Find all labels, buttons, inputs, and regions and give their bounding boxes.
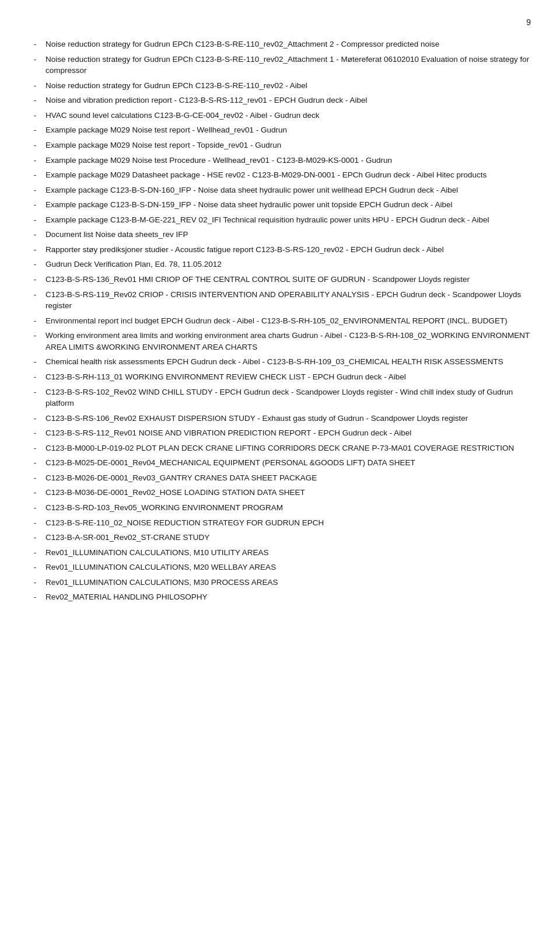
list-item: -Rapporter støy prediksjoner studier - A… (29, 244, 531, 256)
list-item-text: Noise reduction strategy for Gudrun EPCh… (46, 39, 531, 50)
list-dash: - (29, 532, 41, 543)
list-dash: - (29, 371, 41, 383)
list-dash: - (29, 386, 41, 398)
list-item-text: C123-B-S-RD-103_Rev05_WORKING ENVIRONMEN… (46, 502, 531, 514)
list-item-text: C123-B-M026-DE-0001_Rev03_GANTRY CRANES … (46, 472, 531, 484)
list-item-text: C123-B-M036-DE-0001_Rev02_HOSE LOADING S… (46, 487, 531, 499)
list-item: -Environmental report incl budget EPCH G… (29, 315, 531, 327)
list-item: -Rev01_ILLUMINATION CALCULATIONS, M20 WE… (29, 562, 531, 573)
list-item-text: Example package M029 Noise test Procedur… (46, 155, 531, 166)
list-dash: - (29, 155, 41, 166)
list-item-text: C123-B-S-RS-102_Rev02 WIND CHILL STUDY -… (46, 386, 531, 409)
list-dash: - (29, 110, 41, 121)
list-dash: - (29, 413, 41, 424)
list-item: -Document list Noise data sheets_rev IFP (29, 229, 531, 241)
list-dash: - (29, 577, 41, 588)
list-dash: - (29, 591, 41, 603)
list-item-text: C123-B-M000-LP-019-02 PLOT PLAN DECK CRA… (46, 442, 531, 454)
list-item-text: Noise reduction strategy for Gudrun EPCh… (46, 80, 531, 92)
list-dash: - (29, 184, 41, 196)
list-item: -Gudrun Deck Verification Plan, Ed. 78, … (29, 259, 531, 270)
list-dash: - (29, 472, 41, 484)
list-item-text: C123-B-S-RE-110_02_NOISE REDUCTION STRAT… (46, 517, 531, 529)
list-item-text: Rev01_ILLUMINATION CALCULATIONS, M20 WEL… (46, 562, 531, 573)
list-item-text: Example package M029 Datasheet package -… (46, 169, 531, 181)
list-item-text: Rev01_ILLUMINATION CALCULATIONS, M10 UTI… (46, 547, 531, 559)
list-item: -Rev01_ILLUMINATION CALCULATIONS, M10 UT… (29, 547, 531, 559)
list-item-text: Rapporter støy prediksjoner studier - Ac… (46, 244, 531, 256)
list-item: -Chemical health risk assessments EPCH G… (29, 356, 531, 368)
list-dash: - (29, 80, 41, 92)
list-item: -C123-B-M026-DE-0001_Rev03_GANTRY CRANES… (29, 472, 531, 484)
list-item-text: Document list Noise data sheets_rev IFP (46, 229, 531, 241)
list-dash: - (29, 95, 41, 106)
list-item: -Example package C123-B-M-GE-221_REV 02_… (29, 214, 531, 226)
list-item-text: C123-B-S-RS-119_Rev02 CRIOP - CRISIS INT… (46, 289, 531, 312)
list-dash: - (29, 199, 41, 211)
list-dash: - (29, 427, 41, 439)
list-dash: - (29, 547, 41, 559)
list-item-text: C123-B-S-RS-112_Rev01 NOISE AND VIBRATIO… (46, 427, 531, 439)
list-dash: - (29, 124, 41, 136)
list-dash: - (29, 330, 41, 341)
list-item-text: Environmental report incl budget EPCH Gu… (46, 315, 531, 327)
list-dash: - (29, 140, 41, 151)
document-list: -Noise reduction strategy for Gudrun EPC… (29, 39, 531, 603)
list-dash: - (29, 487, 41, 499)
list-dash: - (29, 502, 41, 514)
list-dash: - (29, 274, 41, 285)
list-dash: - (29, 356, 41, 368)
list-item: -C123-B-S-RS-119_Rev02 CRIOP - CRISIS IN… (29, 289, 531, 312)
list-dash: - (29, 39, 41, 50)
list-item-text: Example package C123-B-S-DN-160_IFP - No… (46, 184, 531, 196)
list-item: -C123-B-S-RH-113_01 WORKING ENVIRONMENT … (29, 371, 531, 383)
list-item-text: C123-B-S-RS-136_Rev01 HMI CRIOP OF THE C… (46, 274, 531, 285)
list-item: -Noise reduction strategy for Gudrun EPC… (29, 54, 531, 76)
list-item: -C123-B-A-SR-001_Rev02_ST-CRANE STUDY (29, 532, 531, 543)
list-item: -C123-B-S-RS-136_Rev01 HMI CRIOP OF THE … (29, 274, 531, 285)
list-item: -Rev01_ILLUMINATION CALCULATIONS, M30 PR… (29, 577, 531, 588)
list-item: -C123-B-S-RS-112_Rev01 NOISE AND VIBRATI… (29, 427, 531, 439)
list-item-text: Working environment area limits and work… (46, 330, 531, 353)
list-item: -Example package M029 Noise test report … (29, 124, 531, 136)
list-dash: - (29, 517, 41, 529)
list-dash: - (29, 54, 41, 65)
list-dash: - (29, 229, 41, 241)
list-item-text: Noise reduction strategy for Gudrun EPCh… (46, 54, 531, 76)
list-item-text: Example package C123-B-M-GE-221_REV 02_I… (46, 214, 531, 226)
list-dash: - (29, 457, 41, 469)
list-dash: - (29, 562, 41, 573)
list-item: -Example package C123-B-S-DN-159_IFP - N… (29, 199, 531, 211)
list-item: -C123-B-M000-LP-019-02 PLOT PLAN DECK CR… (29, 442, 531, 454)
content-area: -Noise reduction strategy for Gudrun EPC… (29, 39, 531, 603)
list-item-text: Rev02_MATERIAL HANDLING PHILOSOPHY (46, 591, 531, 603)
list-item: -C123-B-M036-DE-0001_Rev02_HOSE LOADING … (29, 487, 531, 499)
list-dash: - (29, 442, 41, 454)
list-dash: - (29, 289, 41, 301)
list-item: -Noise and vibration prediction report -… (29, 95, 531, 106)
list-item-text: C123-B-S-RH-113_01 WORKING ENVIRONMENT R… (46, 371, 531, 383)
list-item-text: Rev01_ILLUMINATION CALCULATIONS, M30 PRO… (46, 577, 531, 588)
list-item-text: Chemical health risk assessments EPCH Gu… (46, 356, 531, 368)
list-item: -C123-B-S-RE-110_02_NOISE REDUCTION STRA… (29, 517, 531, 529)
list-dash: - (29, 244, 41, 256)
list-item: -Noise reduction strategy for Gudrun EPC… (29, 80, 531, 92)
list-item-text: Example package M029 Noise test report -… (46, 140, 531, 151)
list-item: -C123-B-M025-DE-0001_Rev04_MECHANICAL EQ… (29, 457, 531, 469)
list-item: -Example package C123-B-S-DN-160_IFP - N… (29, 184, 531, 196)
list-item-text: Noise and vibration prediction report - … (46, 95, 531, 106)
list-item-text: Example package M029 Noise test report -… (46, 124, 531, 136)
list-dash: - (29, 169, 41, 181)
list-item-text: Gudrun Deck Verification Plan, Ed. 78, 1… (46, 259, 531, 270)
list-item-text: C123-B-M025-DE-0001_Rev04_MECHANICAL EQU… (46, 457, 531, 469)
list-item-text: C123-B-A-SR-001_Rev02_ST-CRANE STUDY (46, 532, 531, 543)
list-item-text: Example package C123-B-S-DN-159_IFP - No… (46, 199, 531, 211)
list-item: -C123-B-S-RD-103_Rev05_WORKING ENVIRONME… (29, 502, 531, 514)
list-dash: - (29, 315, 41, 327)
page-number: 9 (29, 18, 531, 27)
list-item-text: HVAC sound level calculations C123-B-G-C… (46, 110, 531, 121)
list-item-text: C123-B-S-RS-106_Rev02 EXHAUST DISPERSION… (46, 413, 531, 424)
list-item: -Rev02_MATERIAL HANDLING PHILOSOPHY (29, 591, 531, 603)
list-item: -Example package M029 Noise test Procedu… (29, 155, 531, 166)
list-item: -Example package M029 Noise test report … (29, 140, 531, 151)
